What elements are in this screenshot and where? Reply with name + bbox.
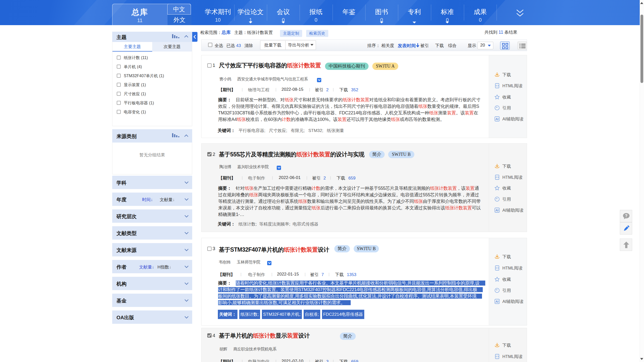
svg-text:AI: AI (496, 300, 499, 303)
svg-text:AI: AI (496, 209, 499, 212)
svg-text:”: ” (496, 197, 498, 201)
svg-text:”: ” (496, 106, 498, 110)
svg-text:?: ? (625, 214, 628, 218)
svg-text:”: ” (496, 288, 498, 293)
svg-text:AI: AI (496, 117, 499, 121)
